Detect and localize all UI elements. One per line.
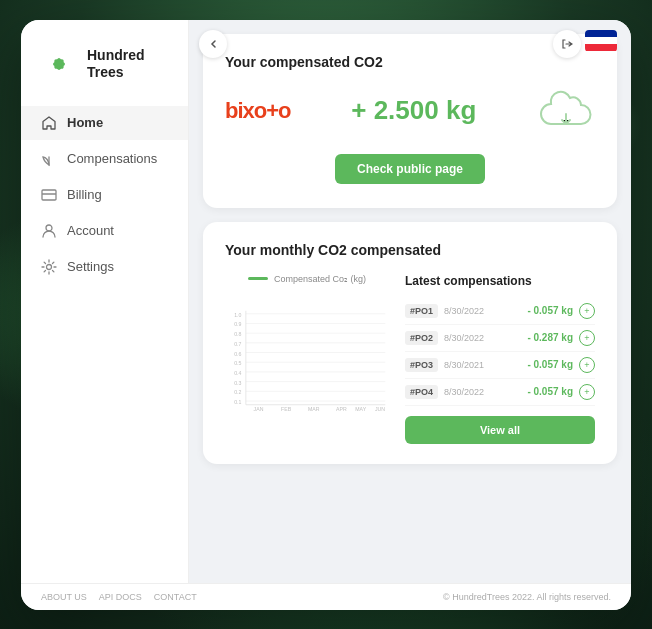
co2-amount: + 2.500 kg — [351, 95, 476, 126]
monthly-card-inner: Compensated Co₂ (kg) 1.0 0.9 0.8 0.7 0.6… — [225, 274, 595, 444]
svg-text:0.1: 0.1 — [234, 398, 241, 404]
bottom-spacer — [203, 478, 617, 486]
svg-text:MAR: MAR — [308, 406, 320, 412]
svg-text:1.0: 1.0 — [234, 311, 241, 317]
latest-compensations-title: Latest compensations — [405, 274, 595, 288]
svg-text:0.7: 0.7 — [234, 340, 241, 346]
sidebar: Hundred Trees Home Compensations — [21, 20, 189, 583]
comp-amount: - 0.057 kg — [527, 386, 573, 397]
content-area: Your compensated CO2 bixo+o + 2.500 kg C… — [189, 20, 631, 583]
svg-point-6 — [46, 225, 52, 231]
back-arrow-icon — [208, 39, 218, 49]
footer: ABOUT US API DOCS CONTACT © HundredTrees… — [21, 583, 631, 610]
comp-id: #PO4 — [405, 385, 438, 399]
chart-area: Compensated Co₂ (kg) 1.0 0.9 0.8 0.7 0.6… — [225, 274, 389, 444]
brand-logo: bixo+o — [225, 98, 291, 124]
table-row: #PO2 8/30/2022 - 0.287 kg + — [405, 325, 595, 352]
billing-icon — [41, 187, 57, 203]
sidebar-item-billing[interactable]: Billing — [21, 178, 188, 212]
monthly-chart-svg: 1.0 0.9 0.8 0.7 0.6 0.5 0.4 0.3 0.2 0.1 — [225, 290, 389, 430]
svg-point-4 — [56, 61, 62, 67]
comp-amount: - 0.057 kg — [527, 305, 573, 316]
svg-text:0.4: 0.4 — [234, 369, 241, 375]
comp-detail-button[interactable]: + — [579, 303, 595, 319]
cloud-icon-wrap — [537, 86, 595, 136]
svg-text:FEB: FEB — [281, 406, 292, 412]
flag-blue — [585, 30, 617, 37]
monthly-card: Your monthly CO2 compensated Compensated… — [203, 222, 617, 464]
chart-svg-wrap: 1.0 0.9 0.8 0.7 0.6 0.5 0.4 0.3 0.2 0.1 — [225, 290, 389, 434]
table-row: #PO1 8/30/2022 - 0.057 kg + — [405, 298, 595, 325]
app-window: Hundred Trees Home Compensations — [21, 20, 631, 610]
svg-text:0.3: 0.3 — [234, 379, 241, 385]
svg-rect-5 — [42, 190, 56, 200]
comp-date: 8/30/2022 — [444, 387, 521, 397]
comp-date: 8/30/2022 — [444, 333, 521, 343]
monthly-card-title: Your monthly CO2 compensated — [225, 242, 595, 258]
comp-id: #PO3 — [405, 358, 438, 372]
main-layout: Hundred Trees Home Compensations — [21, 20, 631, 583]
logo-text: Hundred Trees — [87, 47, 145, 81]
footer-links: ABOUT US API DOCS CONTACT — [41, 592, 197, 602]
view-all-button[interactable]: View all — [405, 416, 595, 444]
svg-text:APR: APR — [336, 406, 347, 412]
comp-detail-button[interactable]: + — [579, 357, 595, 373]
comp-amount: - 0.287 kg — [527, 332, 573, 343]
comp-id: #PO2 — [405, 331, 438, 345]
svg-text:JAN: JAN — [254, 406, 264, 412]
svg-point-7 — [47, 264, 52, 269]
svg-text:0.9: 0.9 — [234, 321, 241, 327]
flag-white — [585, 37, 617, 44]
svg-text:0.5: 0.5 — [234, 360, 241, 366]
logout-icon — [561, 38, 573, 50]
svg-text:0.8: 0.8 — [234, 331, 241, 337]
account-icon — [41, 223, 57, 239]
leaf-icon — [41, 151, 57, 167]
footer-copyright: © HundredTrees 2022. All rights reserved… — [443, 592, 611, 602]
logo-area: Hundred Trees — [21, 40, 188, 106]
co2-card: Your compensated CO2 bixo+o + 2.500 kg C… — [203, 34, 617, 208]
table-row: #PO4 8/30/2022 - 0.057 kg + — [405, 379, 595, 406]
sidebar-item-compensations[interactable]: Compensations — [21, 142, 188, 176]
flag-red — [585, 44, 617, 51]
chart-legend: Compensated Co₂ (kg) — [225, 274, 389, 284]
logout-button[interactable] — [553, 30, 581, 58]
legend-dot — [248, 277, 268, 280]
logo-icon — [41, 46, 77, 82]
svg-text:0.6: 0.6 — [234, 350, 241, 356]
co2-card-content: bixo+o + 2.500 kg — [225, 86, 595, 136]
cloud-icon — [537, 86, 595, 136]
co2-card-title: Your compensated CO2 — [225, 54, 595, 70]
check-public-button[interactable]: Check public page — [335, 154, 485, 184]
sidebar-item-account[interactable]: Account — [21, 214, 188, 248]
settings-icon — [41, 259, 57, 275]
comp-date: 8/30/2021 — [444, 360, 521, 370]
svg-text:0.2: 0.2 — [234, 389, 241, 395]
table-row: #PO3 8/30/2021 - 0.057 kg + — [405, 352, 595, 379]
sidebar-item-home[interactable]: Home — [21, 106, 188, 140]
svg-text:JUN: JUN — [375, 406, 385, 412]
sidebar-item-settings[interactable]: Settings — [21, 250, 188, 284]
footer-link-about[interactable]: ABOUT US — [41, 592, 87, 602]
comp-detail-button[interactable]: + — [579, 384, 595, 400]
footer-link-contact[interactable]: CONTACT — [154, 592, 197, 602]
comp-amount: - 0.057 kg — [527, 359, 573, 370]
footer-link-api[interactable]: API DOCS — [99, 592, 142, 602]
comp-id: #PO1 — [405, 304, 438, 318]
language-flag[interactable] — [585, 30, 617, 52]
home-icon — [41, 115, 57, 131]
nav-menu: Home Compensations Billing — [21, 106, 188, 284]
latest-panel: Latest compensations #PO1 8/30/2022 - 0.… — [405, 274, 595, 444]
back-button[interactable] — [199, 30, 227, 58]
comp-date: 8/30/2022 — [444, 306, 521, 316]
svg-text:MAY: MAY — [355, 406, 366, 412]
comp-detail-button[interactable]: + — [579, 330, 595, 346]
